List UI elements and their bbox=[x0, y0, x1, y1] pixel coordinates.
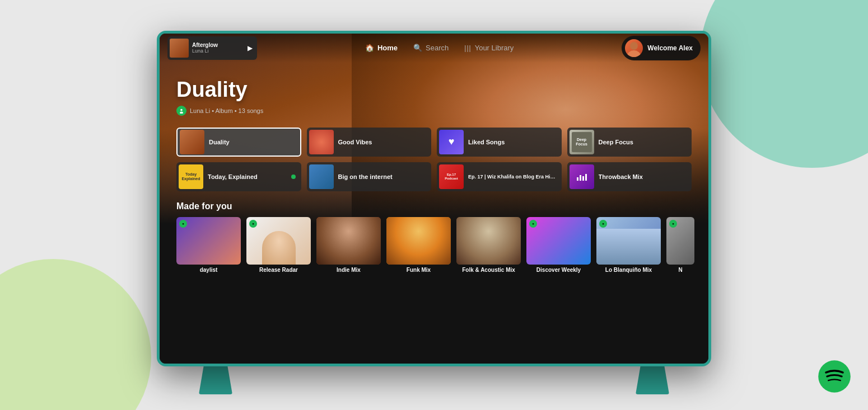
funk-mix-image: ● bbox=[386, 217, 451, 265]
todayexplained-label: Today, Explained bbox=[208, 173, 287, 180]
funk-mix-title: Funk Mix bbox=[386, 267, 451, 273]
liked-thumb: ♥ bbox=[439, 130, 464, 154]
nav-home[interactable]: 🏠 Home bbox=[365, 44, 398, 52]
card-release-radar[interactable]: ● Release Radar bbox=[246, 217, 311, 273]
spotify-badge-radar: ● bbox=[249, 220, 257, 228]
release-radar-title: Release Radar bbox=[246, 267, 311, 273]
recent-item-duality[interactable]: Duality bbox=[176, 128, 301, 157]
card-folk-acoustic[interactable]: ● Folk & Acoustic Mix bbox=[456, 217, 521, 273]
daylist-image: ● bbox=[176, 217, 241, 265]
podcast-label: Ep. 17 | Wiz Khalifa on Blog Era Highs, … bbox=[468, 174, 556, 180]
now-playing-bar[interactable]: Afterglow Luna Li ▶ bbox=[167, 36, 257, 60]
search-label: Search bbox=[426, 44, 449, 52]
todayexplained-thumb: TodayExplained bbox=[179, 164, 203, 189]
folk-person-img bbox=[456, 217, 521, 265]
library-label: Your Library bbox=[475, 44, 514, 52]
library-icon: ||| bbox=[464, 44, 471, 52]
indie-mix-title: Indie Mix bbox=[316, 267, 381, 273]
music-bars bbox=[577, 173, 587, 181]
now-playing-info: Afterglow Luna Li bbox=[192, 42, 244, 54]
made-for-you-cards: ● daylist ● Release Radar ● bbox=[176, 217, 692, 273]
loblanquito-image: ● bbox=[596, 217, 661, 265]
tv-frame: Afterglow Luna Li ▶ 🏠 Home 🔍 Search ||| … bbox=[157, 31, 711, 366]
svg-point-1 bbox=[630, 42, 638, 50]
daylist-title: daylist bbox=[176, 267, 241, 273]
throwback-thumb bbox=[570, 164, 594, 189]
recent-item-liked[interactable]: ♥ Liked Songs bbox=[437, 128, 562, 157]
deepfocus-label: Deep Focus bbox=[599, 139, 687, 145]
spotify-badge-daylist: ● bbox=[179, 220, 187, 228]
card-discover-weekly[interactable]: ● Discover Weekly bbox=[526, 217, 591, 273]
welcome-text: Welcome Alex bbox=[647, 44, 693, 52]
duality-label: Duality bbox=[209, 139, 295, 145]
play-button[interactable]: ▶ bbox=[248, 44, 253, 52]
bigoninternet-thumb bbox=[309, 164, 334, 189]
spotify-badge-loblanquito: ● bbox=[599, 220, 607, 228]
funk-person-img bbox=[386, 217, 451, 265]
recent-item-todayexplained[interactable]: TodayExplained Today, Explained bbox=[176, 162, 301, 191]
new-indicator bbox=[291, 175, 296, 179]
teal-blob bbox=[700, 0, 868, 168]
top-nav: Afterglow Luna Li ▶ 🏠 Home 🔍 Search ||| … bbox=[160, 34, 708, 63]
green-blob bbox=[0, 259, 151, 410]
svg-point-2 bbox=[627, 50, 641, 57]
main-content: Duality Good Vibes ♥ Liked Songs bbox=[160, 34, 708, 273]
goodvibes-label: Good Vibes bbox=[338, 139, 426, 145]
heart-icon: ♥ bbox=[449, 136, 455, 148]
user-avatar bbox=[625, 39, 643, 57]
welcome-badge[interactable]: Welcome Alex bbox=[622, 36, 701, 60]
folk-acoustic-title: Folk & Acoustic Mix bbox=[456, 267, 521, 273]
nav-links: 🏠 Home 🔍 Search ||| Your Library bbox=[365, 44, 514, 52]
nav-library[interactable]: ||| Your Library bbox=[464, 44, 514, 52]
card-loblanquito[interactable]: ● Lo Blanquiño Mix bbox=[596, 217, 661, 273]
recent-item-goodvibes[interactable]: Good Vibes bbox=[307, 128, 432, 157]
home-label: Home bbox=[377, 44, 398, 52]
recent-items-grid: Duality Good Vibes ♥ Liked Songs bbox=[176, 128, 692, 191]
card-extra[interactable]: ● N bbox=[666, 217, 694, 273]
folk-acoustic-image: ● bbox=[456, 217, 521, 265]
recent-item-bigoninternet[interactable]: Big on the internet bbox=[307, 162, 432, 191]
indie-person-img bbox=[316, 217, 381, 265]
now-playing-artist: Luna Li bbox=[192, 48, 244, 54]
spotify-badge-extra: ● bbox=[669, 220, 677, 228]
spotify-badge-discover: ● bbox=[529, 220, 537, 228]
recent-item-deepfocus[interactable]: DeepFocus Deep Focus bbox=[567, 128, 692, 157]
spotify-logo bbox=[818, 360, 851, 393]
duality-thumb bbox=[180, 130, 204, 154]
nav-search[interactable]: 🔍 Search bbox=[413, 44, 449, 52]
extra-title: N bbox=[666, 267, 694, 273]
release-radar-image: ● bbox=[246, 217, 311, 265]
card-indie-mix[interactable]: ● Indie Mix bbox=[316, 217, 381, 273]
discover-weekly-image: ● bbox=[526, 217, 591, 265]
made-for-you-title: Made for you bbox=[176, 201, 692, 211]
home-icon: 🏠 bbox=[365, 44, 374, 52]
svg-point-0 bbox=[818, 360, 851, 393]
recent-item-podcast[interactable]: Ep.17Podcast Ep. 17 | Wiz Khalifa on Blo… bbox=[437, 162, 562, 191]
loblanquito-title: Lo Blanquiño Mix bbox=[596, 267, 661, 273]
tv-screen: Afterglow Luna Li ▶ 🏠 Home 🔍 Search ||| … bbox=[160, 34, 708, 364]
goodvibes-thumb bbox=[309, 130, 334, 154]
indie-mix-image: ● bbox=[316, 217, 381, 265]
recent-item-throwback[interactable]: Throwback Mix bbox=[567, 162, 692, 191]
extra-image: ● bbox=[666, 217, 694, 265]
search-icon: 🔍 bbox=[413, 44, 422, 52]
liked-label: Liked Songs bbox=[468, 139, 556, 145]
now-playing-title: Afterglow bbox=[192, 42, 244, 48]
deepfocus-thumb: DeepFocus bbox=[570, 130, 594, 154]
podcast-thumb: Ep.17Podcast bbox=[439, 164, 464, 189]
card-daylist[interactable]: ● daylist bbox=[176, 217, 241, 273]
bigoninternet-label: Big on the internet bbox=[338, 173, 426, 180]
now-playing-thumbnail bbox=[170, 39, 189, 58]
card-funk-mix[interactable]: ● Funk Mix bbox=[386, 217, 451, 273]
discover-weekly-title: Discover Weekly bbox=[526, 267, 591, 273]
throwback-label: Throwback Mix bbox=[599, 173, 687, 180]
